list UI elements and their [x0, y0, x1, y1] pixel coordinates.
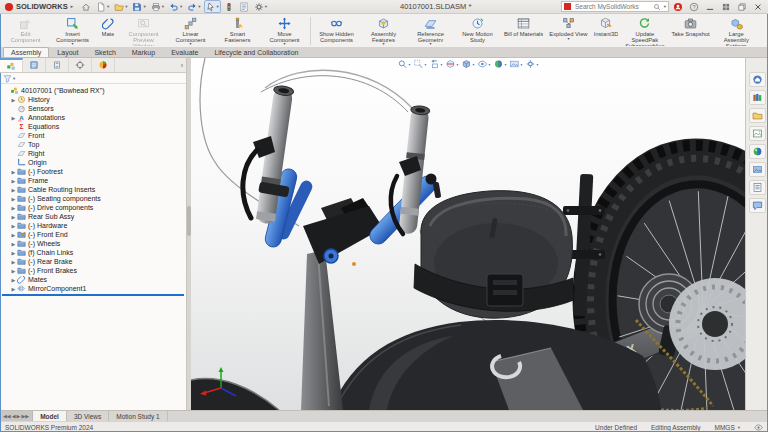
tree-item-wheels[interactable]: ▶(-) Wheels — [0, 239, 186, 248]
display-view-button[interactable]: ▾ — [461, 59, 474, 69]
dropdown-caret[interactable]: ▾ — [283, 42, 285, 46]
left-brake-lever[interactable] — [243, 150, 257, 218]
instant3d-button[interactable]: Instant3D — [591, 15, 622, 47]
tree-item-drive-components[interactable]: ▶(-) Drive components — [0, 203, 186, 212]
search-box[interactable]: ▾ — [561, 1, 669, 12]
save-button[interactable]: ▾ — [130, 0, 147, 13]
expand-arrow-icon[interactable]: ▶ — [10, 250, 17, 256]
new-motion-study-button[interactable]: New Motion Study — [454, 15, 501, 47]
tree-item-sensors[interactable]: Sensors — [0, 104, 186, 113]
tree-root-assembly[interactable]: 40107001 ("Bowhead RX") — [0, 86, 186, 95]
close-button[interactable] — [752, 1, 764, 13]
view-tab-model[interactable]: Model — [33, 411, 67, 421]
expand-arrow-icon[interactable]: ▶ — [10, 115, 17, 121]
open-button[interactable]: ▾ — [112, 0, 129, 13]
task-pane-props-button[interactable] — [749, 180, 766, 195]
expand-arrow-icon[interactable]: ▶ — [10, 268, 17, 274]
minimize-button[interactable] — [704, 1, 716, 13]
undo-button[interactable]: ▾ — [167, 0, 184, 13]
task-pane-home-button[interactable] — [749, 72, 766, 87]
task-pane-scene-button[interactable] — [749, 162, 766, 177]
expand-arrow-icon[interactable]: ▶ — [10, 241, 17, 247]
tab-scroll-prev-icon[interactable]: ◀ — [12, 413, 16, 419]
search-input[interactable] — [573, 2, 651, 11]
panel-tabs-overflow-chevron[interactable]: › — [178, 58, 186, 72]
zoomfit-view-button[interactable]: ▾ — [397, 59, 410, 69]
tree-item-history[interactable]: ▶History — [0, 95, 186, 104]
tree-item-f-chain-links[interactable]: ▶(f) Chain Links — [0, 248, 186, 257]
dropdown-caret[interactable]: ▾ — [429, 42, 431, 46]
filter-funnel-icon[interactable] — [3, 74, 12, 83]
assembly-features-button[interactable]: Assembly Features▾ — [360, 15, 407, 47]
search-scope-arrow[interactable]: ▾ — [664, 4, 666, 9]
menu-expand-arrow[interactable]: ▸ — [71, 4, 73, 9]
tree-item-frame[interactable]: ▶Frame — [0, 176, 186, 185]
task-pane-forum-button[interactable] — [749, 198, 766, 213]
tree-item-front-brakes[interactable]: ▶(-) Front Brakes — [0, 266, 186, 275]
task-pane-explorer-button[interactable] — [749, 108, 766, 123]
update-speedpak-subassemblies-button[interactable]: Update SpeedPak Subassemblies — [621, 15, 668, 47]
featuremanager-tree-tab[interactable] — [0, 58, 23, 72]
tree-item-hardware[interactable]: ▶(-) Hardware — [0, 221, 186, 230]
expand-arrow-icon[interactable]: ▶ — [10, 187, 17, 193]
print-button[interactable]: ▾ — [149, 0, 166, 13]
insert-components-button[interactable]: Insert Components▾ — [49, 15, 96, 47]
tree-item-front-end[interactable]: ▶(-) Front End — [0, 230, 186, 239]
propertymanager-tab[interactable] — [23, 58, 46, 72]
task-pane-palette-button[interactable] — [749, 126, 766, 141]
section-view-button[interactable]: ▾ — [445, 59, 458, 69]
filter-options-arrow[interactable]: ▾ — [13, 76, 15, 81]
new-document-button[interactable]: ▾ — [94, 0, 111, 13]
tree-item-mates[interactable]: ▶Mates — [0, 275, 186, 284]
tab-markup[interactable]: Markup — [124, 47, 163, 57]
expand-arrow-icon[interactable]: ▶ — [10, 97, 17, 103]
view-tab-3d-views[interactable]: 3D Views — [67, 411, 109, 421]
restore-button[interactable] — [736, 1, 748, 13]
user-profile-badge[interactable] — [672, 1, 684, 13]
graphics-viewport[interactable]: ▾▾▾▾▾▾▾▾▾ — [191, 58, 745, 410]
view-tab-motion-study-1[interactable]: Motion Study 1 — [109, 411, 167, 421]
move-component-button[interactable]: Move Component▾ — [261, 15, 308, 47]
tab-scroll-arrows[interactable]: ◀◀ ◀ ▶ ▶▶ — [0, 411, 33, 421]
tab-scroll-next-icon[interactable]: ▶ — [17, 413, 21, 419]
prev-view-button[interactable]: ▾ — [429, 59, 442, 69]
dropdown-caret[interactable]: ▾ — [71, 42, 73, 46]
assembly-3d-model[interactable]: RX — [191, 58, 745, 410]
tree-item-rear-sub-assy[interactable]: ▶Rear Sub Assy — [0, 212, 186, 221]
bill-of-materials-button[interactable]: Bill of Materials — [501, 15, 546, 47]
show-hidden-components-button[interactable]: Show Hidden Components — [313, 15, 360, 47]
dimxpertmanager-tab[interactable] — [69, 58, 92, 72]
select-button[interactable]: ▾ — [204, 0, 221, 13]
options-button[interactable]: ▾ — [252, 0, 269, 13]
expand-arrow-icon[interactable]: ▶ — [10, 196, 17, 202]
expand-arrow-icon[interactable]: ▶ — [10, 232, 17, 238]
linear-component-pattern-button[interactable]: Linear Component Pattern▾ — [167, 15, 214, 47]
tree-item-rear-brake[interactable]: ▶(-) Rear Brake — [0, 257, 186, 266]
rollback-bar[interactable] — [2, 294, 184, 296]
reference-geometry-button[interactable]: Reference Geometry▾ — [407, 15, 454, 47]
dropdown-caret[interactable]: ▾ — [382, 42, 384, 46]
appearance-view-button[interactable]: ▾ — [494, 59, 507, 69]
tab-lifecycle-and-collaboration[interactable]: Lifecycle and Collaboration — [206, 47, 306, 57]
tab-evaluate[interactable]: Evaluate — [163, 47, 206, 57]
tree-item-mirrorcomponent1[interactable]: ▶MirrorComponent1 — [0, 284, 186, 293]
displaymanager-tab[interactable] — [92, 58, 115, 72]
tree-item-footrest[interactable]: ▶(-) Footrest — [0, 167, 186, 176]
help-button[interactable]: ? — [688, 1, 700, 13]
tree-item-front[interactable]: Front — [0, 131, 186, 140]
tree-item-annotations[interactable]: ▶AAnnotations — [0, 113, 186, 122]
expand-arrow-icon[interactable]: ▶ — [10, 178, 17, 184]
tab-sketch[interactable]: Sketch — [86, 47, 123, 57]
scene-view-button[interactable]: ▾ — [510, 59, 523, 69]
file-properties-button[interactable] — [237, 0, 251, 13]
expand-arrow-icon[interactable]: ▶ — [10, 277, 17, 283]
tree-filter-row[interactable]: ▾ — [0, 73, 186, 84]
expand-arrow-icon[interactable]: ▶ — [10, 205, 17, 211]
dropdown-caret[interactable]: ▾ — [567, 37, 569, 41]
task-pane-library-button[interactable] — [749, 90, 766, 105]
expand-arrow-icon[interactable]: ▶ — [10, 214, 17, 220]
tree-item-seating-components[interactable]: ▶(-) Seating components — [0, 194, 186, 203]
chest-pad[interactable] — [414, 182, 574, 319]
exploded-view-button[interactable]: Exploded View▾ — [546, 15, 590, 47]
tree-item-top[interactable]: Top — [0, 140, 186, 149]
